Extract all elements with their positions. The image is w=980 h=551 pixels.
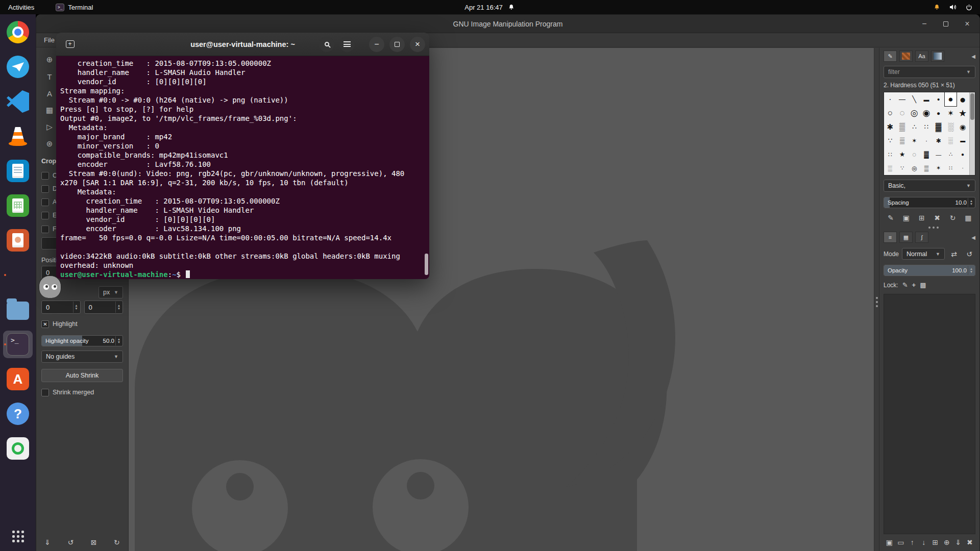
brush[interactable]: ◎ bbox=[908, 161, 920, 175]
spinner-arrows[interactable]: ▲▼ bbox=[73, 302, 80, 313]
tab-menu-icon[interactable]: ◀ bbox=[971, 54, 975, 59]
fixed-checkbox[interactable] bbox=[41, 226, 49, 233]
brush[interactable]: • bbox=[933, 92, 945, 106]
tool-icon[interactable]: ⊛ bbox=[41, 137, 58, 151]
volume-icon[interactable] bbox=[949, 3, 957, 11]
new-tab-button[interactable] bbox=[62, 37, 78, 52]
brush[interactable]: ★ bbox=[896, 147, 909, 161]
brush[interactable]: — bbox=[933, 147, 945, 161]
brush-action-icon[interactable]: ✎ bbox=[885, 212, 897, 223]
brush[interactable]: ◉ bbox=[920, 106, 933, 120]
brush[interactable]: ◉ bbox=[957, 120, 969, 134]
dock-separator-grip[interactable] bbox=[928, 227, 930, 229]
brush-action-icon[interactable]: ▣ bbox=[900, 212, 912, 223]
scrollbar-thumb[interactable] bbox=[970, 93, 974, 120]
layers-footer-icon[interactable]: ⊕ bbox=[941, 537, 953, 548]
dock-item[interactable] bbox=[3, 435, 33, 462]
brush[interactable]: ✱ bbox=[933, 134, 945, 147]
brush[interactable]: ▒ bbox=[896, 120, 909, 134]
layers-footer-icon[interactable]: ⇓ bbox=[952, 537, 964, 548]
brush[interactable]: ✶ bbox=[908, 134, 920, 147]
size-height-spinner[interactable]: 0 ▲▼ bbox=[84, 300, 124, 314]
layer-mode-dropdown[interactable]: Normal ▼ bbox=[902, 248, 945, 260]
brush[interactable]: ● bbox=[933, 106, 945, 120]
terminal-output[interactable]: creation_time : 2015-08-07T09:13:05.0000… bbox=[56, 56, 429, 279]
brush[interactable]: ∷ bbox=[945, 161, 957, 175]
close-button[interactable]: × bbox=[410, 37, 425, 52]
terminal-titlebar[interactable]: user@user-virtual-machine: ~ − × bbox=[56, 33, 429, 56]
focused-app-menu[interactable]: >_ Terminal bbox=[56, 4, 93, 11]
tool-options-footer-icon[interactable]: ↻ bbox=[111, 537, 123, 548]
dock-item[interactable] bbox=[3, 227, 33, 254]
brush[interactable]: ∵ bbox=[884, 134, 896, 147]
shrink-merged-checkbox[interactable] bbox=[41, 389, 49, 396]
spinner-arrows[interactable]: ▲▼ bbox=[115, 336, 122, 345]
brush[interactable]: ✱ bbox=[884, 120, 896, 134]
layer-opacity-slider[interactable]: Opacity 100.0 ▲▼ bbox=[884, 265, 975, 276]
menu-button[interactable] bbox=[339, 37, 355, 52]
layers-list[interactable] bbox=[884, 294, 975, 534]
spinner-arrows[interactable]: ▲▼ bbox=[968, 266, 974, 275]
brush[interactable]: ░ bbox=[945, 134, 957, 147]
brush[interactable]: ● bbox=[945, 92, 957, 106]
unit-dropdown[interactable]: px ▼ bbox=[99, 286, 123, 298]
dock-item[interactable] bbox=[3, 400, 33, 428]
show-applications-button[interactable] bbox=[11, 530, 24, 543]
brush[interactable]: ◌ bbox=[896, 106, 909, 120]
dock-item[interactable] bbox=[3, 261, 33, 289]
brush[interactable]: ░ bbox=[884, 161, 896, 175]
brush-scrollbar[interactable] bbox=[969, 92, 975, 175]
brush[interactable]: ✶ bbox=[945, 106, 957, 120]
layers-footer-icon[interactable]: ✖ bbox=[964, 537, 976, 548]
maximize-button[interactable] bbox=[389, 37, 405, 52]
gimp-titlebar[interactable]: GNU Image Manipulation Program − × bbox=[36, 15, 979, 33]
brush[interactable]: ▒ bbox=[920, 161, 933, 175]
brush[interactable]: · bbox=[957, 161, 969, 175]
tool-options-footer-icon[interactable]: ↺ bbox=[64, 537, 77, 548]
tab-channels[interactable]: ▦ bbox=[899, 232, 913, 243]
layers-footer-icon[interactable]: ↓ bbox=[918, 537, 930, 548]
power-icon[interactable] bbox=[965, 4, 973, 11]
close-icon[interactable]: × bbox=[962, 19, 972, 29]
guides-dropdown[interactable]: No guides ▼ bbox=[41, 350, 123, 363]
panel-resize-handle[interactable] bbox=[874, 48, 879, 551]
lock-alpha-icon[interactable]: ▩ bbox=[920, 281, 926, 289]
brush[interactable]: ∵ bbox=[896, 161, 909, 175]
tool-icon[interactable]: ▷ bbox=[41, 120, 58, 134]
brush[interactable]: ▬ bbox=[957, 134, 969, 147]
tab-gradients[interactable] bbox=[931, 51, 944, 62]
brush[interactable]: ∷ bbox=[920, 120, 933, 134]
brush[interactable]: ╲ bbox=[908, 92, 920, 106]
tool-icon[interactable]: ⊕ bbox=[41, 53, 58, 66]
minimize-icon[interactable]: − bbox=[919, 19, 929, 29]
dock-item[interactable] bbox=[3, 88, 33, 115]
tab-paths[interactable]: ∫ bbox=[915, 232, 928, 243]
scrollbar-thumb[interactable] bbox=[425, 254, 428, 275]
lock-pixels-icon[interactable]: ✎ bbox=[902, 281, 908, 289]
tab-brushes[interactable]: ✎ bbox=[884, 51, 897, 62]
brush[interactable]: ∴ bbox=[945, 147, 957, 161]
brush[interactable]: ▒ bbox=[896, 134, 909, 147]
brush[interactable]: ▓ bbox=[920, 147, 933, 161]
lock-position-icon[interactable]: + bbox=[912, 281, 916, 289]
layers-footer-icon[interactable]: ▣ bbox=[884, 537, 895, 548]
dock-item[interactable] bbox=[3, 53, 33, 81]
brush[interactable]: ● bbox=[957, 147, 969, 161]
brush[interactable]: ◌ bbox=[908, 147, 920, 161]
tool-icon[interactable]: A bbox=[41, 87, 58, 100]
activities-button[interactable]: Activities bbox=[0, 0, 42, 14]
brush[interactable]: ○ bbox=[884, 106, 896, 120]
dock-item[interactable] bbox=[3, 365, 33, 393]
brush-action-icon[interactable]: ⊞ bbox=[916, 212, 928, 223]
spacing-slider[interactable]: Spacing 10.0 ▲▼ bbox=[884, 197, 975, 208]
tool-options-footer-icon[interactable]: ⊠ bbox=[88, 537, 100, 548]
tab-patterns[interactable] bbox=[899, 51, 913, 62]
checkbox[interactable] bbox=[41, 172, 49, 180]
search-button[interactable] bbox=[319, 37, 334, 52]
minimize-button[interactable]: − bbox=[369, 37, 384, 52]
dock-item[interactable] bbox=[3, 18, 33, 46]
brush[interactable]: ▬ bbox=[920, 92, 933, 106]
layers-footer-icon[interactable]: ↑ bbox=[906, 537, 918, 548]
brush[interactable]: · bbox=[884, 92, 896, 106]
brush[interactable]: ★ bbox=[957, 106, 969, 120]
